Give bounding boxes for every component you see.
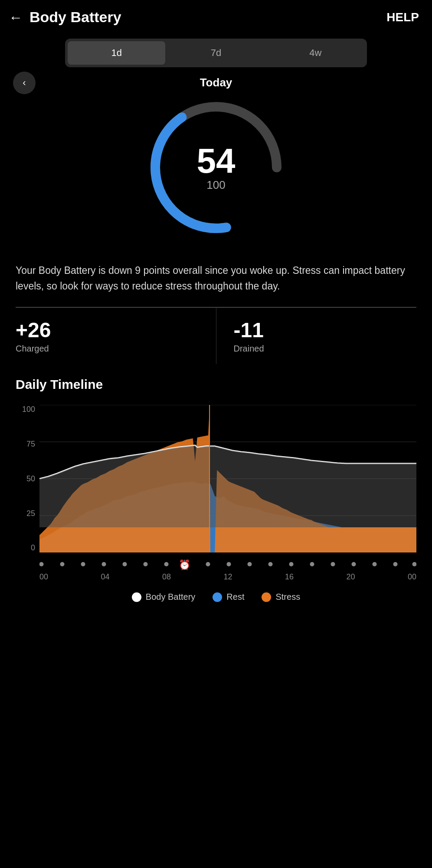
header: ← Body Battery HELP [0,0,432,34]
help-button[interactable]: HELP [386,10,419,24]
svg-text:⏰: ⏰ [179,559,191,571]
drained-label: Drained [234,344,417,354]
drained-value: -11 [234,318,417,342]
svg-point-26 [352,562,356,566]
svg-point-13 [81,562,85,566]
svg-point-17 [164,562,169,566]
legend-body-battery: Body Battery [132,592,196,602]
chart-plot [39,405,416,554]
page-title: Body Battery [29,9,121,26]
gauge-value: 54 [197,144,236,178]
legend-dot-stress [262,592,271,602]
legend-stress: Stress [262,592,300,602]
tab-bar: 1d 7d 4w [65,39,367,67]
y-label-50: 50 [16,474,35,483]
x-axis-dots: ⏰ [16,554,416,571]
y-label-100: 100 [16,405,35,414]
legend-rest: Rest [213,592,244,602]
svg-point-22 [268,562,273,566]
svg-point-25 [331,562,335,566]
description-text: Your Body Battery is down 9 points overa… [0,254,432,302]
header-left: ← Body Battery [9,9,121,26]
y-label-25: 25 [16,509,35,518]
gauge-center: 54 100 [197,144,236,192]
charged-label: Charged [16,344,199,354]
charged-value: +26 [16,318,199,342]
tab-1d[interactable]: 1d [68,41,165,65]
back-button[interactable]: ← [9,10,23,24]
y-label-75: 75 [16,440,35,449]
chart-area: 100 75 50 25 0 [16,405,416,554]
svg-point-24 [310,562,314,566]
date-navigation: ‹ Today [0,76,432,89]
tab-4w[interactable]: 4w [267,41,364,65]
prev-day-button[interactable]: ‹ [13,72,36,94]
svg-point-11 [39,562,44,566]
svg-marker-9 [39,445,416,527]
x-label-00-end: 00 [408,572,416,582]
svg-point-16 [144,562,148,566]
charged-stat: +26 Charged [16,307,216,364]
svg-point-14 [102,562,106,566]
legend-dot-body-battery [132,592,141,602]
y-axis: 100 75 50 25 0 [16,405,39,552]
svg-point-20 [227,562,231,566]
timeline-title: Daily Timeline [16,377,416,392]
y-label-0: 0 [16,543,35,552]
svg-point-15 [123,562,127,566]
svg-point-27 [373,562,377,566]
x-label-16: 16 [285,572,294,582]
stats-row: +26 Charged -11 Drained [16,307,416,364]
tab-7d[interactable]: 7d [167,41,265,65]
x-label-08: 08 [162,572,171,582]
legend-dot-rest [213,592,222,602]
chevron-left-icon: ‹ [23,77,26,89]
gauge-max: 100 [197,178,236,192]
chart-svg [39,405,416,552]
x-label-12: 12 [223,572,232,582]
x-label-00: 00 [39,572,48,582]
x-labels: 00 04 08 12 16 20 00 [16,571,416,582]
svg-point-21 [248,562,252,566]
svg-point-29 [412,562,417,566]
legend-label-body-battery: Body Battery [146,592,196,602]
current-date-label: Today [200,76,232,89]
x-label-20: 20 [346,572,355,582]
body-battery-gauge: 54 100 [0,94,432,241]
legend-label-stress: Stress [275,592,300,602]
svg-point-23 [289,562,294,566]
drained-stat: -11 Drained [216,307,417,364]
legend-label-rest: Rest [226,592,244,602]
x-label-04: 04 [101,572,109,582]
svg-point-12 [60,562,65,566]
chart-legend: Body Battery Rest Stress [16,582,416,615]
svg-point-19 [206,562,210,566]
x-dots-svg: ⏰ [39,558,416,571]
timeline-section: Daily Timeline 100 75 50 25 0 [0,364,432,615]
svg-point-28 [393,562,398,566]
